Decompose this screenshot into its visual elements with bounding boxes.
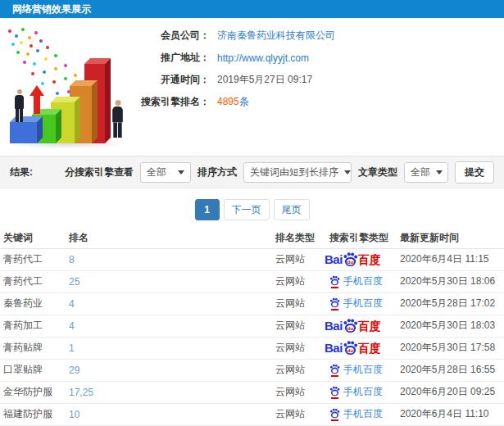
keyword-cell: 膏药贴牌 (0, 337, 69, 359)
promo-url-label: 推广地址： (139, 51, 210, 65)
engine-filter-value: 全部 (147, 165, 166, 179)
rank-type-cell: 云网站 (275, 359, 329, 381)
ranking-count-value: 4895条 (217, 95, 249, 109)
keyword-cell: 口罩贴牌 (0, 359, 69, 381)
baidu-paw-icon: du (343, 252, 358, 267)
updated-cell: 2020年5月30日 17:58 (400, 337, 504, 359)
ranking-count-row: 搜索引擎排名： 4895条 (139, 91, 335, 113)
baidu-logo-bai: Bai (325, 320, 343, 332)
table-row: 膏药加工 4 云网站 Bai du 百度 2020年5月30日 18:03 (0, 315, 504, 337)
baidu-logo-cn: 百度 (358, 342, 381, 354)
submit-button[interactable]: 提交 (455, 161, 494, 184)
mobile-baidu-paw-icon (329, 386, 340, 399)
results-table-body: 膏药代工 8 云网站 Bai du 百度 2020年6月4日 11:15 膏药代… (0, 248, 504, 426)
page-button-1[interactable]: 1 (195, 199, 220, 220)
article-type-filter-select[interactable]: 全部 (404, 162, 448, 183)
updated-cell: 2020年6月20日 09:25 (400, 381, 504, 403)
next-page-button[interactable]: 下一页 (224, 199, 270, 220)
results-table: 关键词 排名 排名类型 搜索引擎类型 最新更新时间 膏药代工 8 云网站 Bai… (0, 229, 504, 426)
table-row: 福建防护服 10 云网站 手机百度 2020年6月4日 11:10 (0, 403, 504, 425)
mobile-baidu-logo: 手机百度 (329, 385, 383, 399)
header-engine: 搜索引擎类型 (329, 229, 400, 248)
promo-url-value[interactable]: http://www.qlyyjt.com (217, 52, 309, 64)
engine-cell: Bai du 百度 (329, 248, 400, 270)
caret-down-icon (436, 170, 443, 174)
engine-cell: 手机百度 (329, 403, 400, 425)
member-company-row: 会员公司： 济南秦鲁药业科技有限公司 (139, 25, 335, 47)
caret-down-icon (178, 170, 184, 174)
member-company-label: 会员公司： (139, 29, 210, 43)
updated-cell: 2020年6月4日 11:10 (400, 403, 504, 425)
rank-cell[interactable]: 4 (69, 292, 275, 315)
mobile-baidu-paw-icon (329, 297, 340, 310)
mobile-baidu-underline (331, 419, 338, 421)
updated-cell: 2020年5月28日 16:55 (400, 359, 504, 381)
baidu-logo-cn: 百度 (358, 320, 381, 332)
businessman-figure-left (15, 89, 24, 122)
filters: 分搜索引擎查看 全部 排序方式 关键词由短到长排序 文章类型 全部 提交 (65, 161, 494, 184)
mobile-baidu-label: 手机百度 (343, 363, 383, 377)
engine-filter-select[interactable]: 全部 (140, 162, 191, 183)
rank-type-cell: 云网站 (275, 292, 329, 315)
mobile-baidu-logo: 手机百度 (329, 297, 383, 310)
rank-cell[interactable]: 4 (69, 315, 275, 337)
baidu-logo: Bai du 百度 (325, 318, 381, 333)
pagination: 1 下一页 尾页 (0, 199, 504, 220)
svg-text:du: du (347, 325, 354, 331)
mobile-baidu-underline (331, 309, 338, 310)
engine-filter-label: 分搜索引擎查看 (65, 165, 134, 179)
table-row: 膏药贴牌 1 云网站 Bai du 百度 2020年5月30日 17:58 (0, 337, 504, 359)
mobile-baidu-paw-icon (329, 275, 340, 288)
baidu-logo: Bai du 百度 (325, 340, 381, 356)
rank-type-cell: 云网站 (275, 337, 329, 359)
growth-chart-illustration (0, 25, 143, 149)
baidu-paw-icon (329, 408, 340, 419)
baidu-paw-icon: du (343, 318, 358, 333)
up-arrow-icon (30, 85, 44, 114)
mobile-baidu-underline (331, 287, 338, 288)
header-rank: 排名 (69, 229, 275, 248)
rank-cell[interactable]: 10 (69, 403, 275, 425)
svg-text:du: du (347, 347, 354, 353)
rank-cell[interactable]: 1 (69, 337, 275, 359)
rank-type-cell: 云网站 (275, 403, 329, 425)
baidu-logo-bai: Bai (325, 253, 343, 265)
header-rank-type: 排名类型 (275, 229, 329, 248)
keyword-cell: 福建防护服 (0, 403, 69, 425)
account-info: 会员公司： 济南秦鲁药业科技有限公司 推广地址： http://www.qlyy… (139, 25, 335, 113)
rank-cell[interactable]: 25 (69, 270, 275, 292)
rank-type-cell: 云网站 (275, 270, 329, 292)
engine-cell: Bai du 百度 (329, 337, 400, 359)
mobile-baidu-label: 手机百度 (343, 407, 383, 421)
rank-cell[interactable]: 8 (69, 248, 275, 270)
engine-cell: 手机百度 (329, 359, 400, 381)
last-page-button[interactable]: 尾页 (274, 199, 310, 220)
mobile-baidu-paw-icon (329, 364, 340, 377)
article-type-filter-label: 文章类型 (358, 165, 397, 179)
keyword-cell: 膏药代工 (0, 270, 69, 292)
updated-cell: 2020年6月4日 11:15 (400, 248, 504, 270)
rank-cell[interactable]: 29 (69, 359, 275, 381)
baidu-logo-cn: 百度 (358, 254, 381, 265)
engine-cell: 手机百度 (329, 270, 400, 292)
mobile-baidu-underline (331, 397, 338, 399)
sort-filter-select[interactable]: 关键词由短到长排序 (243, 162, 352, 183)
header-updated: 最新更新时间 (400, 229, 504, 248)
mobile-baidu-paw-icon (329, 408, 340, 421)
updated-cell: 2020年5月30日 18:06 (400, 270, 504, 292)
summary-section: 会员公司： 济南秦鲁药业科技有限公司 推广地址： http://www.qlyy… (0, 18, 504, 156)
table-row: 膏药代工 8 云网站 Bai du 百度 2020年6月4日 11:15 (0, 248, 504, 270)
table-row: 口罩贴牌 29 云网站 手机百度 2020年5月28日 16:55 (0, 359, 504, 381)
member-company-value[interactable]: 济南秦鲁药业科技有限公司 (217, 29, 335, 43)
baidu-paw-icon: du (343, 340, 358, 356)
keyword-cell: 膏药加工 (0, 315, 69, 337)
engine-cell: 手机百度 (329, 292, 400, 315)
ranking-count-label: 搜索引擎排名： (139, 95, 210, 109)
page-title: 网络营销效果展示 (0, 0, 504, 18)
rank-type-cell: 云网站 (275, 248, 329, 270)
mobile-baidu-logo: 手机百度 (329, 407, 383, 421)
ranking-count-suffix: 条 (239, 96, 249, 107)
engine-cell: Bai du 百度 (329, 315, 400, 337)
baidu-paw-icon (329, 275, 340, 286)
rank-cell[interactable]: 17,25 (69, 381, 275, 403)
